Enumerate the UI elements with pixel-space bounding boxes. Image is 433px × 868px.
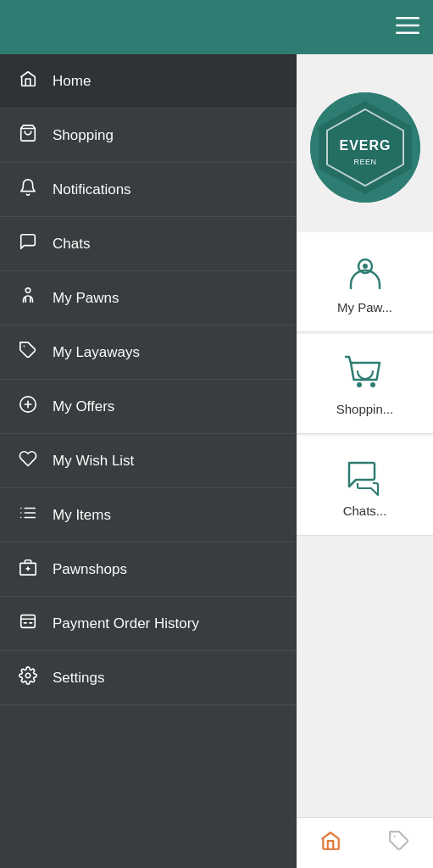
- app-logo: EVERG REEN: [310, 92, 420, 203]
- bottom-nav: [297, 817, 433, 868]
- sidebar-item-settings[interactable]: Settings: [0, 651, 297, 705]
- sidebar-item-my-items[interactable]: My Items: [0, 488, 297, 542]
- bottom-nav-home[interactable]: [309, 825, 352, 862]
- sidebar-label-my-layaways: My Layaways: [53, 344, 140, 361]
- bottom-tag-icon: [388, 830, 410, 857]
- sidebar-label-pawnshops: Pawnshops: [53, 561, 127, 578]
- main-layout: Home Shopping Notifications Chats: [0, 54, 433, 868]
- sidebar-label-chats: Chats: [53, 236, 90, 253]
- payment-icon: [17, 612, 39, 635]
- svg-rect-2: [396, 32, 419, 35]
- svg-point-32: [357, 382, 362, 387]
- shopping-icon: [17, 124, 39, 147]
- logo-area: EVERG REEN: [297, 63, 433, 232]
- settings-icon: [17, 666, 39, 689]
- sidebar-label-shopping: Shopping: [53, 127, 114, 144]
- shopping-card[interactable]: Shoppin...: [297, 334, 433, 434]
- my-pawns-card[interactable]: My Paw...: [297, 232, 433, 332]
- sidebar-item-my-layaways[interactable]: My Layaways: [0, 326, 297, 380]
- sidebar-label-my-offers: My Offers: [53, 398, 114, 415]
- shopping-card-label: Shoppin...: [336, 402, 394, 416]
- svg-text:EVERG: EVERG: [339, 138, 391, 153]
- sidebar-label-my-wish-list: My Wish List: [53, 453, 134, 470]
- sidebar-label-notifications: Notifications: [53, 181, 131, 198]
- my-pawns-card-label: My Paw...: [337, 300, 392, 314]
- sidebar-label-settings: Settings: [53, 670, 104, 687]
- chats-card-label: Chats...: [343, 504, 387, 518]
- sidebar-label-my-items: My Items: [53, 507, 111, 524]
- sidebar: Home Shopping Notifications Chats: [0, 54, 297, 868]
- sidebar-item-notifications[interactable]: Notifications: [0, 163, 297, 217]
- sidebar-item-my-pawns[interactable]: My Pawns: [0, 271, 297, 326]
- right-content: EVERG REEN My Paw...: [297, 54, 433, 817]
- svg-point-31: [363, 264, 368, 269]
- svg-text:REEN: REEN: [353, 158, 376, 166]
- offers-icon: [17, 395, 39, 418]
- sidebar-item-my-wish-list[interactable]: My Wish List: [0, 434, 297, 488]
- svg-point-33: [370, 382, 375, 387]
- svg-rect-0: [396, 17, 419, 19]
- sidebar-item-shopping[interactable]: Shopping: [0, 108, 297, 163]
- heart-icon: [17, 449, 39, 472]
- svg-point-24: [25, 673, 31, 678]
- svg-rect-1: [396, 25, 419, 27]
- pawnshops-icon: [17, 558, 39, 581]
- top-bar: [0, 0, 433, 54]
- hamburger-menu-button[interactable]: [396, 17, 419, 37]
- chats-card[interactable]: Chats...: [297, 436, 433, 536]
- sidebar-item-chats[interactable]: Chats: [0, 217, 297, 271]
- sidebar-item-pawnshops[interactable]: Pawnshops: [0, 542, 297, 597]
- pawns-icon: [17, 287, 39, 309]
- items-icon: [17, 504, 39, 526]
- sidebar-item-my-offers[interactable]: My Offers: [0, 380, 297, 434]
- sidebar-item-home[interactable]: Home: [0, 54, 297, 108]
- svg-rect-20: [21, 615, 36, 628]
- home-icon: [17, 70, 39, 92]
- bottom-home-icon: [319, 830, 341, 857]
- sidebar-label-home: Home: [53, 73, 91, 90]
- sidebar-label-payment-order-history: Payment Order History: [53, 615, 199, 632]
- layaways-icon: [17, 341, 39, 364]
- sidebar-item-payment-order-history[interactable]: Payment Order History: [0, 597, 297, 651]
- right-panel: EVERG REEN My Paw...: [297, 54, 433, 868]
- bottom-nav-tag[interactable]: [378, 825, 420, 862]
- sidebar-label-my-pawns: My Pawns: [53, 290, 119, 307]
- svg-point-4: [25, 288, 31, 293]
- chat-icon: [17, 232, 39, 255]
- bell-icon: [17, 178, 39, 201]
